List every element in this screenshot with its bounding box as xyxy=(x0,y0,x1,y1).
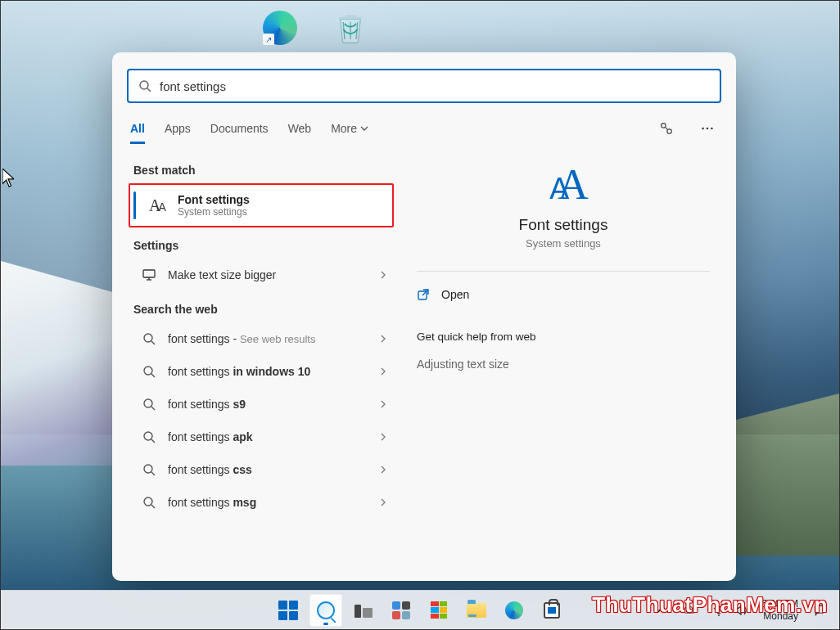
file-explorer-icon xyxy=(467,603,486,618)
wifi-icon xyxy=(712,604,725,617)
office-icon xyxy=(431,601,447,619)
search-icon xyxy=(142,462,156,477)
task-view-button[interactable] xyxy=(347,594,380,627)
web-result[interactable]: font settings in windows 10 xyxy=(130,355,394,388)
desktop-icon-edge[interactable]: ↗ xyxy=(263,11,297,45)
desktop-icon-recycle-bin[interactable] xyxy=(333,11,368,45)
search-icon xyxy=(142,397,156,412)
chevron-right-icon xyxy=(379,268,391,281)
tray-quick-settings[interactable] xyxy=(706,594,753,627)
tray-day: Monday xyxy=(763,610,798,623)
help-link-adjusting-text-size[interactable]: Adjusting text size xyxy=(417,353,710,376)
edge-icon xyxy=(505,601,523,619)
tab-more[interactable]: More xyxy=(331,115,368,142)
search-across-devices-button[interactable] xyxy=(656,118,677,139)
svg-point-6 xyxy=(711,128,713,130)
web-result[interactable]: font settings - See web results xyxy=(130,322,394,355)
tray-onedrive[interactable] xyxy=(676,594,702,627)
search-icon xyxy=(138,79,151,92)
search-box[interactable] xyxy=(127,69,721,103)
search-icon xyxy=(142,430,156,444)
list-item-label: font settings msg xyxy=(168,496,368,509)
svg-line-21 xyxy=(151,505,155,508)
tab-documents[interactable]: Documents xyxy=(210,115,269,142)
svg-point-16 xyxy=(144,432,152,440)
heading-best-match: Best match xyxy=(133,164,394,177)
search-results-column: Best match AA Font settings System setti… xyxy=(115,152,394,581)
open-label: Open xyxy=(441,288,469,301)
list-item-label: font settings css xyxy=(168,463,368,476)
svg-line-17 xyxy=(151,439,155,443)
search-preview-pane: AA Font settings System settings Open Ge… xyxy=(394,152,733,581)
svg-point-0 xyxy=(140,81,148,89)
font-settings-icon: AA xyxy=(145,196,168,215)
notifications-button[interactable] xyxy=(806,594,833,627)
web-result[interactable]: font settings msg xyxy=(130,486,394,519)
file-explorer-button[interactable] xyxy=(460,594,493,627)
chevron-right-icon xyxy=(379,398,391,411)
widgets-icon xyxy=(392,601,410,619)
help-heading: Get quick help from web xyxy=(417,331,710,343)
svg-point-10 xyxy=(144,334,152,342)
svg-point-14 xyxy=(144,399,152,407)
web-result[interactable]: font settings s9 xyxy=(130,388,394,421)
microsoft-store-button[interactable] xyxy=(535,594,568,627)
list-item-label: font settings - See web results xyxy=(168,332,368,345)
more-options-button[interactable] xyxy=(697,118,718,139)
svg-point-18 xyxy=(144,465,152,473)
system-tray: 5:20 PM Monday xyxy=(650,591,833,629)
heading-search-web: Search the web xyxy=(133,303,394,316)
tray-clock[interactable]: 5:20 PM Monday xyxy=(756,598,803,623)
search-icon xyxy=(142,495,156,510)
edge-button[interactable] xyxy=(498,594,531,627)
open-external-icon xyxy=(417,288,430,301)
divider xyxy=(417,271,710,272)
volume-icon xyxy=(734,604,747,617)
web-result[interactable]: font settings apk xyxy=(130,421,394,453)
chevron-down-icon xyxy=(360,124,368,133)
svg-point-5 xyxy=(707,128,709,130)
search-icon xyxy=(142,364,156,379)
best-match-subtitle: System settings xyxy=(178,206,250,218)
chevron-right-icon xyxy=(379,430,391,443)
chevron-right-icon xyxy=(379,365,391,378)
search-input[interactable] xyxy=(160,79,710,93)
list-item-label: Make text size bigger xyxy=(168,268,368,281)
preview-action-open[interactable]: Open xyxy=(417,277,710,313)
search-filter-tabs: All Apps Documents Web More xyxy=(112,111,736,146)
taskbar-search-button[interactable] xyxy=(309,594,342,627)
cloud-icon xyxy=(683,604,696,617)
web-result[interactable]: font settings css xyxy=(130,453,394,486)
widgets-button[interactable] xyxy=(385,594,418,627)
windows-logo-icon xyxy=(278,601,298,620)
task-view-icon xyxy=(355,603,373,618)
svg-point-12 xyxy=(144,367,152,375)
tab-all[interactable]: All xyxy=(130,115,145,144)
chevron-up-icon xyxy=(657,605,666,615)
start-button[interactable] xyxy=(272,594,305,627)
svg-line-11 xyxy=(151,341,155,344)
list-item-label: font settings in windows 10 xyxy=(168,365,368,378)
font-settings-large-icon: AA xyxy=(549,164,577,206)
tray-overflow-button[interactable] xyxy=(650,594,673,627)
svg-rect-24 xyxy=(815,605,824,613)
preview-subtitle: System settings xyxy=(526,237,601,250)
list-item-label: font settings s9 xyxy=(168,398,368,411)
tab-web[interactable]: Web xyxy=(288,115,312,142)
svg-line-13 xyxy=(151,374,155,377)
chevron-right-icon xyxy=(379,332,391,345)
best-match-result[interactable]: AA Font settings System settings xyxy=(129,183,394,227)
list-item-label: font settings apk xyxy=(168,430,368,443)
office-button[interactable] xyxy=(422,594,455,627)
tab-more-label: More xyxy=(331,122,357,135)
search-icon xyxy=(317,601,335,619)
edge-icon: ↗ xyxy=(263,11,297,45)
ellipsis-icon xyxy=(700,121,715,136)
devices-icon xyxy=(659,121,674,136)
chevron-right-icon xyxy=(379,463,391,476)
heading-settings: Settings xyxy=(133,239,394,252)
svg-point-4 xyxy=(702,128,704,130)
settings-result-make-text-bigger[interactable]: Make text size bigger xyxy=(130,259,394,291)
tab-apps[interactable]: Apps xyxy=(165,115,191,142)
preview-title: Font settings xyxy=(519,216,608,234)
